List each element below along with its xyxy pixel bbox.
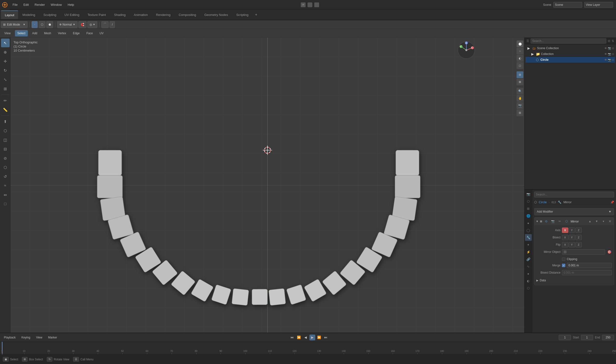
menu-help[interactable]: Help bbox=[65, 0, 77, 9]
tool-loop-cut[interactable]: ⊟ bbox=[1, 145, 10, 153]
viewport-zoom-out[interactable]: 🤚 bbox=[517, 95, 523, 102]
viewport-shading-solid[interactable]: ⬤ bbox=[517, 40, 523, 47]
bisect-distance-field[interactable]: 0.001 m bbox=[562, 270, 612, 275]
outliner-collection[interactable]: ▶ 📁 Collection 👁 📷 ⊙ bbox=[525, 51, 615, 57]
viewport-gizmo[interactable]: X Y Z bbox=[457, 40, 476, 60]
scene-selector[interactable]: Scene bbox=[553, 2, 582, 8]
menu-uv-btn[interactable]: UV bbox=[97, 30, 106, 36]
mod-move-up-icon[interactable]: ▲ bbox=[587, 219, 593, 224]
tool-spin[interactable]: ↺ bbox=[1, 172, 10, 181]
modifier-remove-button[interactable]: ✕ bbox=[608, 219, 612, 224]
jump-end-btn[interactable]: ⏭ bbox=[323, 335, 329, 340]
merge-checkbox[interactable]: ✓ bbox=[562, 264, 565, 267]
tool-rotate[interactable]: ↻ bbox=[1, 66, 10, 75]
tool-annotate[interactable]: ✏ bbox=[1, 96, 10, 105]
tab-sculpting[interactable]: Sculpting bbox=[40, 10, 60, 19]
outliner-filter-icon[interactable]: ⊟ bbox=[608, 39, 610, 43]
props-tab-particles[interactable]: ✦ bbox=[525, 241, 532, 248]
props-tab-object[interactable]: ◯ bbox=[525, 227, 532, 234]
viewport-shading-mat[interactable]: ○ bbox=[517, 48, 523, 54]
outliner-camera-icon[interactable]: 📷 bbox=[608, 47, 611, 50]
props-tab-modifier[interactable]: 🔧 bbox=[525, 234, 532, 241]
timeline-ruler[interactable]: 1102030405060708090100110120130140150160… bbox=[0, 342, 616, 354]
menu-file[interactable]: File bbox=[10, 0, 21, 9]
grease-pencil-toggle[interactable]: / bbox=[110, 21, 115, 28]
viewport[interactable]: Top Orthographic (1) Circle 10 Centimete… bbox=[11, 38, 524, 333]
props-tab-texture[interactable]: ⬡ bbox=[525, 285, 532, 291]
props-tab-render[interactable]: 📷 bbox=[525, 191, 532, 197]
snap-icon[interactable] bbox=[308, 2, 312, 7]
play-reverse-btn[interactable]: ◀ bbox=[303, 335, 308, 340]
mod-edit-icon[interactable]: ✏ bbox=[557, 219, 562, 224]
outliner-col-camera-icon[interactable]: 📷 bbox=[608, 52, 611, 56]
outliner-obj-visibility-icon[interactable]: 👁 bbox=[604, 58, 607, 62]
edit-mode-faces-btn[interactable]: ⬢ bbox=[46, 21, 53, 28]
menu-edge-btn[interactable]: Edge bbox=[70, 30, 82, 36]
snapping-toggle[interactable]: 🧲 bbox=[78, 21, 86, 28]
mirror-object-picker-icon[interactable]: 🎯 bbox=[607, 249, 612, 255]
proportional-edit-toggle[interactable]: ◎ ▼ bbox=[87, 21, 98, 28]
add-modifier-button[interactable]: Add Modifier ▼ bbox=[534, 208, 614, 215]
tab-uv-editing[interactable]: UV Editing bbox=[61, 10, 83, 19]
props-search-input[interactable] bbox=[534, 192, 614, 197]
tool-bevel[interactable]: ◫ bbox=[1, 135, 10, 144]
timeline-view-menu[interactable]: View bbox=[34, 334, 44, 341]
flip-y-button[interactable]: Y bbox=[569, 242, 575, 247]
bisect-x-button[interactable]: X bbox=[562, 235, 568, 240]
jump-start-btn[interactable]: ⏮ bbox=[289, 335, 295, 340]
viewport-overlay-toggle[interactable]: ⊞ bbox=[517, 71, 523, 78]
marker-menu[interactable]: Marker bbox=[46, 334, 59, 341]
outliner-obj-render-icon[interactable]: ⊙ bbox=[612, 58, 614, 62]
mod-cage-icon[interactable]: ⬡ bbox=[564, 219, 569, 224]
modifier-pin-icon[interactable]: 📌 bbox=[610, 201, 614, 204]
menu-edit[interactable]: Edit bbox=[21, 0, 32, 9]
props-tab-material[interactable]: ● bbox=[525, 270, 532, 277]
merge-distance-field[interactable]: 0.001 m bbox=[567, 263, 612, 268]
falloff-toggle[interactable]: ⌒ bbox=[101, 21, 109, 28]
outliner-circle-object[interactable]: ⬡ Circle 👁 📷 ⊙ bbox=[525, 57, 615, 63]
outliner-menu-icon[interactable]: ☰ bbox=[526, 39, 529, 43]
clipping-checkbox[interactable] bbox=[562, 258, 565, 261]
mod-render-icon[interactable]: 📷 bbox=[550, 219, 556, 224]
tool-cursor[interactable]: ⊕ bbox=[1, 48, 10, 56]
flip-x-button[interactable]: X bbox=[562, 242, 568, 247]
menu-vertex-btn[interactable]: Vertex bbox=[56, 30, 69, 36]
menu-add-btn[interactable]: Add bbox=[30, 30, 40, 36]
tool-add-cube[interactable]: □ bbox=[1, 200, 10, 208]
viewport-shading-wire[interactable]: ◻ bbox=[517, 62, 523, 69]
transform-orientation-selector[interactable]: ⊕ Normal ▼ bbox=[57, 21, 77, 28]
tab-animation[interactable]: Animation bbox=[130, 10, 152, 19]
tab-shading[interactable]: Shading bbox=[110, 10, 130, 19]
outliner-render-icon[interactable]: ⊙ bbox=[612, 47, 614, 50]
axis-y-button[interactable]: Y bbox=[569, 228, 575, 233]
edit-mode-verts-btn[interactable]: ⬝ bbox=[32, 21, 38, 28]
outliner-visibility-icon[interactable]: 👁 bbox=[604, 47, 607, 50]
menu-render[interactable]: Render bbox=[32, 0, 48, 9]
play-btn[interactable]: ▶ bbox=[309, 335, 315, 340]
tool-move[interactable]: ✛ bbox=[1, 57, 10, 65]
end-frame-input[interactable]: 250 bbox=[602, 335, 614, 340]
tool-knife[interactable]: ⊘ bbox=[1, 154, 10, 162]
step-back-btn[interactable]: ⏪ bbox=[296, 335, 302, 340]
bisect-y-button[interactable]: Y bbox=[569, 235, 575, 240]
viewport-grid[interactable]: ⊞ bbox=[517, 109, 523, 116]
props-tab-output[interactable]: ⬡ bbox=[525, 198, 532, 205]
props-tab-physics[interactable]: ⚡ bbox=[525, 248, 532, 255]
keying-menu[interactable]: Keying bbox=[20, 334, 32, 341]
current-frame-input[interactable]: 1 bbox=[559, 335, 571, 340]
menu-window[interactable]: Window bbox=[48, 0, 65, 9]
step-forward-btn[interactable]: ⏩ bbox=[316, 335, 322, 340]
props-tab-data[interactable]: ∿ bbox=[525, 263, 532, 270]
tool-scale[interactable]: ⤡ bbox=[1, 75, 10, 84]
tool-select[interactable]: ↖ bbox=[1, 39, 10, 47]
edit-mode-edges-btn[interactable]: ⬡ bbox=[39, 21, 45, 28]
tool-measure[interactable]: 📏 bbox=[1, 105, 10, 114]
outliner-col-visibility-icon[interactable]: 👁 bbox=[604, 52, 607, 56]
mode-selector[interactable]: ▤ Edit Mode ▼ bbox=[1, 21, 28, 28]
prop-edit-icon[interactable] bbox=[314, 2, 319, 7]
view-layer-selector[interactable]: View Layer bbox=[584, 2, 613, 8]
modifier-object-name[interactable]: Circle bbox=[539, 200, 547, 204]
tab-texture-paint[interactable]: Texture Paint bbox=[84, 10, 110, 19]
tool-inset[interactable]: ⬡ bbox=[1, 126, 10, 135]
outliner-sort-icon[interactable]: ⇅ bbox=[612, 39, 614, 43]
